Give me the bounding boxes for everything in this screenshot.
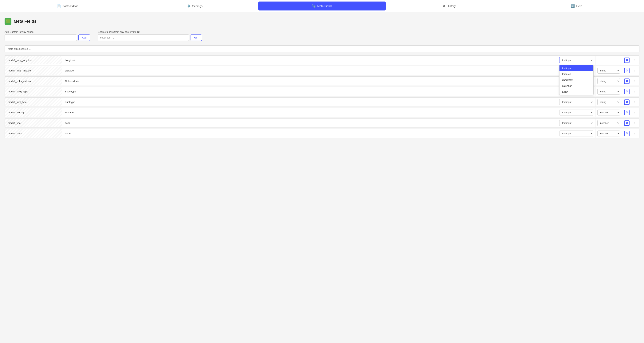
delete-button[interactable]: ✕ xyxy=(624,100,630,105)
custom-key-inline: Add xyxy=(4,35,90,41)
svg-point-43 xyxy=(636,133,636,133)
svg-point-33 xyxy=(636,112,636,113)
nav-history-label: History xyxy=(447,5,456,8)
drag-handle[interactable] xyxy=(632,111,639,114)
svg-point-44 xyxy=(635,133,635,134)
type-dropdown-popup: textinputtextareacheckboxcalendararray xyxy=(559,65,594,95)
meta-key-cell: medafi_color_exterior xyxy=(5,77,62,85)
table-row: medafi_fuel_typeFuel typetextinputtextar… xyxy=(4,97,640,107)
type-select[interactable]: textinputtextareacheckboxcalendararray xyxy=(559,110,593,116)
nav-meta-fields[interactable]: 📎 Meta Fields xyxy=(258,2,386,11)
svg-point-16 xyxy=(635,81,635,82)
meta-label-cell: Mileage xyxy=(62,108,558,117)
dropdown-popup-item[interactable]: textarea xyxy=(560,71,593,77)
custom-key-label: Add Custom key by hands: xyxy=(4,31,90,33)
nav-settings-label: Settings xyxy=(192,5,202,8)
posts-editor-icon: 📄 xyxy=(57,4,61,8)
type-select[interactable]: textinputtextareacheckboxcalendararray xyxy=(559,57,593,63)
dropdown-popup-item[interactable]: calendar xyxy=(560,83,593,89)
add-button[interactable]: Add xyxy=(78,35,90,41)
svg-point-19 xyxy=(636,91,636,91)
meta-delete-cell: ✕ xyxy=(622,119,632,127)
meta-delete-cell: ✕ xyxy=(622,108,632,117)
table-row: medafi_mileageMileagetextinputtextareach… xyxy=(4,108,640,117)
meta-label-cell: Year xyxy=(62,119,558,127)
svg-point-15 xyxy=(636,81,636,81)
drag-handle[interactable] xyxy=(632,100,639,104)
custom-key-group: Add Custom key by hands: Add xyxy=(4,31,90,41)
table-row: medafi_yearYeartextinputtextareacheckbox… xyxy=(4,118,640,128)
dropdown-popup-item[interactable]: array xyxy=(560,89,593,95)
format-select[interactable]: stringnumberbooleanarray xyxy=(597,131,620,136)
type-select[interactable]: textinputtextareacheckboxcalendararray xyxy=(559,120,593,126)
type-select[interactable]: textinputtextareacheckboxcalendararray xyxy=(559,99,593,105)
svg-point-30 xyxy=(635,112,635,112)
drag-handle[interactable] xyxy=(632,132,639,135)
svg-point-0 xyxy=(635,59,635,60)
meta-key-cell: medafi_price xyxy=(5,129,62,138)
post-id-label: Get meta keys from any post by its ID: xyxy=(98,31,202,33)
meta-type-cell: textinputtextareacheckboxcalendararray xyxy=(558,98,596,107)
post-id-input[interactable] xyxy=(98,35,189,41)
svg-point-45 xyxy=(636,133,636,134)
page-title: Meta Fields xyxy=(14,19,36,24)
delete-button[interactable]: ✕ xyxy=(624,89,630,94)
delete-button[interactable]: ✕ xyxy=(624,68,630,73)
meta-table: medafi_map_longitudeLongitudetextinputte… xyxy=(4,56,640,138)
delete-button[interactable]: ✕ xyxy=(624,120,630,126)
drag-handle[interactable] xyxy=(632,80,639,83)
format-select[interactable]: stringnumberbooleanarray xyxy=(597,120,620,126)
format-select[interactable]: stringnumberbooleanarray xyxy=(597,89,620,95)
svg-point-6 xyxy=(635,70,635,70)
svg-point-37 xyxy=(636,122,636,123)
nav-history[interactable]: ↺ History xyxy=(386,0,513,12)
top-nav: 📄 Posts Editor ⚙️ Settings 📎 Meta Fields… xyxy=(0,0,644,12)
drag-handle[interactable] xyxy=(632,59,639,62)
nav-help[interactable]: ℹ️ Help xyxy=(513,0,640,12)
nav-posts-editor[interactable]: 📄 Posts Editor xyxy=(4,0,131,12)
delete-button[interactable]: ✕ xyxy=(624,131,630,136)
format-select[interactable]: stringnumberbooleanarray xyxy=(597,68,620,74)
nav-settings[interactable]: ⚙️ Settings xyxy=(131,0,258,12)
svg-point-40 xyxy=(635,123,635,124)
meta-type-cell: textinputtextareacheckboxcalendararray xyxy=(558,129,596,138)
meta-format-cell: stringnumberbooleanarray xyxy=(596,119,622,128)
meta-key-cell: medafi_year xyxy=(5,119,62,127)
meta-delete-cell: ✕ xyxy=(622,77,632,85)
format-select[interactable]: stringnumberbooleanarray xyxy=(597,78,620,84)
delete-button[interactable]: ✕ xyxy=(624,58,630,63)
type-select[interactable]: textinputtextareacheckboxcalendararray xyxy=(559,131,593,136)
meta-label-cell: Price xyxy=(62,129,558,138)
meta-key-cell: medafi_body_type xyxy=(5,88,62,96)
table-row: medafi_map_longitudeLongitudetextinputte… xyxy=(4,56,640,65)
nav-meta-fields-label: Meta Fields xyxy=(317,5,332,8)
page-title-icon: 🟩 xyxy=(4,18,12,25)
drag-handle[interactable] xyxy=(632,90,639,93)
svg-point-39 xyxy=(636,123,636,123)
get-button[interactable]: Get xyxy=(190,35,202,41)
meta-format-cell: stringnumberbooleanarray xyxy=(596,66,622,75)
meta-label-cell: Latitude xyxy=(62,67,558,75)
search-input[interactable] xyxy=(4,45,640,52)
svg-point-31 xyxy=(636,112,636,112)
svg-point-2 xyxy=(635,60,635,60)
dropdown-popup-item[interactable]: textinput xyxy=(560,65,593,71)
format-select[interactable]: stringnumberbooleanarray xyxy=(597,110,620,116)
custom-key-input[interactable] xyxy=(4,35,77,41)
svg-point-47 xyxy=(636,134,636,134)
delete-button[interactable]: ✕ xyxy=(624,110,630,115)
page-title-row: 🟩 Meta Fields xyxy=(4,18,640,25)
svg-point-41 xyxy=(636,123,636,124)
meta-label-cell: Fuel type xyxy=(62,98,558,106)
svg-point-13 xyxy=(636,80,636,81)
drag-handle[interactable] xyxy=(632,121,639,125)
meta-format-cell: stringnumberbooleanarray xyxy=(596,77,622,86)
delete-button[interactable]: ✕ xyxy=(624,79,630,84)
drag-handle[interactable] xyxy=(632,69,639,72)
dropdown-popup-item[interactable]: checkbox xyxy=(560,77,593,83)
svg-point-46 xyxy=(635,134,635,134)
format-select[interactable]: stringnumberbooleanarray xyxy=(597,99,620,105)
svg-point-24 xyxy=(635,101,635,102)
meta-delete-cell: ✕ xyxy=(622,88,632,96)
svg-point-11 xyxy=(636,71,636,72)
